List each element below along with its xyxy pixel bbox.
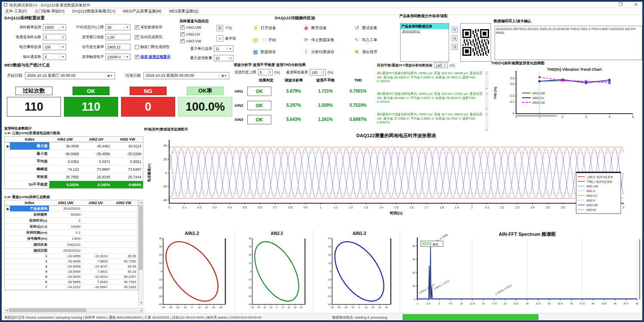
encode-textbox[interactable]: JD1022011-05/T2011-0/0-022 2025-10-23 00… [495,26,642,60]
mini-scrollbar[interactable]: ▲▼ [485,71,488,90]
op-button-3[interactable]: ↺重试采集 [354,25,377,31]
table-row[interactable]: 最小值-36.6065-35.4956-35.5299 [5,150,143,158]
menu-item-1[interactable]: 入门指南·帮助(H) [35,9,65,14]
svg-text:-30: -30 [248,295,251,297]
op-button-8[interactable]: ⇪分析结果保存 [303,49,334,55]
config-control[interactable]: 1900.12 [106,44,131,50]
chevron-down-icon: ▼ [124,26,129,29]
scroll-up-icon[interactable]: ▲ [486,92,488,95]
table-row[interactable]: 采样时长(s)2 [5,218,138,224]
config-control[interactable]: 10k▼ [43,44,66,50]
table-row[interactable]: ▶最大值36.400545.446142.0114 [5,142,143,150]
config-control[interactable]: 1.00 [106,34,131,40]
table-cell: 测试设备 [10,242,49,248]
table-row[interactable]: 信号频率(Hz)1/500 [5,236,138,242]
chevron-down-icon: ▼ [124,55,129,58]
channel-checkbox-ain2-uv[interactable]: AIN2-UV [180,32,200,36]
analysis-stepper[interactable]: 140▲▼ [434,63,448,68]
column-header: AIN3 VW [109,200,138,206]
channel-checkbox-ain1-uw[interactable]: AIN1-UW [180,25,201,30]
max-wave-stepper[interactable]: 10▲▼ [214,55,234,61]
config-label: 波形触发电平 [70,54,104,60]
table-row[interactable]: 1-24.0055-10.310135.35 [5,254,138,259]
table-row[interactable]: 采样频率50000 [5,212,138,218]
config-control[interactable]: 1/500▼ [43,24,66,30]
harmonic-limit-stepper[interactable]: 5▲▼ [258,69,273,75]
barcode-side-button-清[interactable]: 清 [452,44,458,50]
config-control[interactable]: 12648 V▼ [106,54,131,60]
menu-item-3[interactable]: MES/产品质量追溯(M) [123,9,162,14]
barcode-side-button-读[interactable]: 读 [452,35,458,41]
checkbox-label: AIN1-UW [186,25,201,30]
svg-text:1: 1 [320,206,322,209]
config-checkbox[interactable]: 自动完成测试 [135,35,162,40]
unit-button[interactable]: U 个位 [216,25,232,31]
config-control[interactable]: 3▲▼ [43,34,66,40]
checkbox-label: AIN2-UV [186,32,200,36]
table-row[interactable]: 226.46557.660345.7252 [5,259,138,264]
menu-item-2[interactable]: DAQ122数据采集模式(A) [72,9,115,14]
panel-title: 谐波分析字·波形不平衡度·波形THD分析结果 [234,63,376,68]
panel-title: MES数据与生产统计汇总 [4,63,233,68]
svg-text:3: 3 [623,206,624,209]
table-cell [109,242,138,248]
barcode-list[interactable]: 产品条形码数据记录 JD1022011 [400,23,449,62]
table-row[interactable]: 7-24.2222-10.554735.1533 [5,285,138,290]
barcode-list-item[interactable]: JD1022011 [401,29,449,34]
op-button-1[interactable]: ⚡打开设备 [252,25,276,31]
config-checkbox[interactable]: 保存 波形过程显示 [135,54,170,60]
config-checkbox[interactable]: 采集数据保存 [135,25,162,30]
table-row[interactable]: 626.56557.816345.7252 [5,280,138,285]
menu-item-0[interactable]: 文件·工具(F) [5,9,27,14]
table-row[interactable]: 3σ不平衡度0.342%0.342%-0.664% [5,181,143,189]
op-button-5[interactable]: ⟳停止数据采集 [303,37,334,43]
barcode-side-button-写[interactable]: 写 [452,27,458,33]
horizontal-scrollbar[interactable]: ◄ ► [4,308,144,313]
maximize-button[interactable]: ❐ [619,2,623,7]
scroll-down-icon[interactable]: ▼ [486,87,488,90]
svg-text:0.3: 0.3 [510,94,514,97]
scroll-up-icon[interactable]: ▲ [140,201,143,204]
table-row[interactable]: 有效值25.789325.933925.7444 [5,173,143,181]
mini-scrollbar[interactable]: ▲▼ [485,92,488,111]
table-row[interactable]: 5-24.5200-10.501435.2257 [5,274,138,280]
table-cell: 2025/10/22 [49,248,82,254]
menu-item-4[interactable]: MES质量追溯(Q) [169,9,199,14]
fundamental-base-stepper[interactable]: 140▲▼ [310,69,326,75]
table-row[interactable]: 平均值0.03540.04710.5551 [5,158,143,166]
op-button-6[interactable]: ✎写入工单 [354,37,377,43]
table-row[interactable]: ▶产品条形码JD1022011 [5,206,138,212]
svg-text:AIN1-UW: AIN1-UW [586,185,598,188]
op-button-7[interactable]: ▦数据保存 [252,49,276,55]
table-row[interactable]: 测试日期2025/10/22 [5,248,138,254]
base-value-button[interactable]: ≋ 基本值 [216,35,236,42]
scroll-right-icon[interactable]: ► [140,309,143,312]
thd-channel-label: AIN1 [234,89,243,93]
config-control[interactable]: 5▼ [43,54,66,60]
op-button-2[interactable]: ◉断开设备 [303,25,327,31]
table-row[interactable]: 采样点(3-2)10000 [5,224,138,230]
table-row[interactable]: 测试设备DAQ122 [5,242,138,248]
close-button[interactable]: ✕ [634,2,638,7]
svg-text:40: 40 [592,302,594,305]
op-button-4[interactable]: ▤〈〉开始 [252,37,276,43]
scroll-up-icon[interactable]: ▲ [486,72,488,74]
svg-text:0.9: 0.9 [304,206,307,209]
channel-checkbox-ain3-vw[interactable]: AIN3-VW [180,39,201,43]
scroll-down-icon[interactable]: ▼ [140,301,143,304]
start-date-field[interactable]: 2025-10-22 星期三 00:00:00▦▼ [25,72,115,79]
end-date-field[interactable]: 2025-10-23 星期四 00:00:00▦▼ [143,72,229,79]
table-row[interactable]: 采样间隔(ms)0.1 [5,230,138,236]
display-unit-select[interactable]: 11▼ [214,45,234,52]
scroll-up-icon[interactable]: ▲ [486,113,488,115]
scroll-down-icon[interactable]: ▼ [486,108,488,110]
waveform-chart: DAQ122测量的两相电压时序波形图表-40-200204000.10.20.3… [144,131,644,229]
table-row[interactable]: 峰峰值74.12273.999773.5497 [5,166,143,173]
op-button-9[interactable]: ✖退出程序 [354,49,377,55]
table-row[interactable]: 426.09097.891145.15 [5,269,138,274]
table-row[interactable]: 3-24.0055-10.424735.35 [5,264,138,269]
config-checkbox[interactable]: 触发门限生成报告 [135,45,170,50]
config-control[interactable]: 30▼ [106,24,131,30]
scroll-left-icon[interactable]: ◄ [6,309,8,312]
vertical-scrollbar[interactable]: ▲ ▼ [138,200,143,305]
